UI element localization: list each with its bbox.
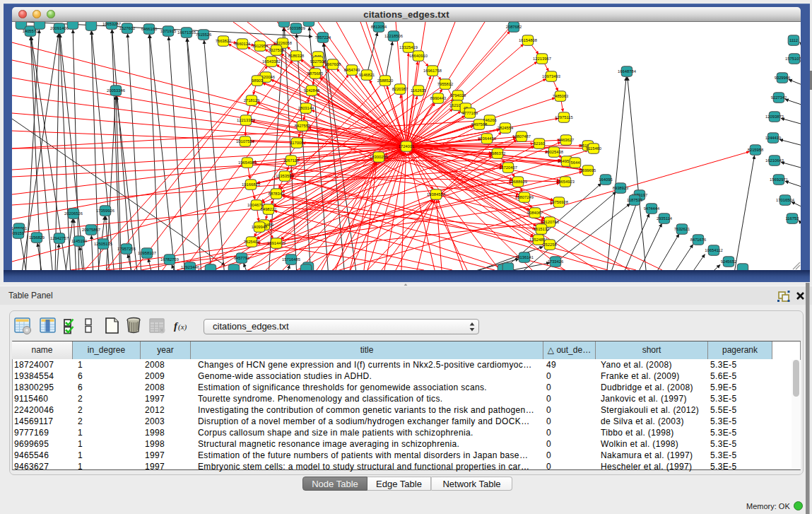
svg-text:12213382: 12213382	[237, 118, 255, 122]
svg-text:14136141: 14136141	[515, 255, 534, 259]
svg-text:9084067: 9084067	[527, 211, 543, 215]
svg-text:1145194: 1145194	[71, 239, 88, 243]
svg-text:5498222: 5498222	[261, 207, 277, 211]
svg-text:7857224: 7857224	[315, 35, 331, 40]
svg-text:20975867: 20975867	[82, 228, 100, 232]
svg-text:2967608: 2967608	[325, 62, 341, 66]
svg-text:15692971: 15692971	[770, 177, 788, 182]
svg-text:16671355: 16671355	[177, 30, 196, 35]
svg-text:8990443: 8990443	[430, 96, 447, 100]
svg-text:19654923: 19654923	[556, 180, 575, 184]
svg-text:9474444: 9474444	[644, 206, 660, 211]
svg-text:7955812: 7955812	[437, 82, 454, 86]
svg-text:15716485: 15716485	[282, 257, 300, 262]
svg-text:8660124: 8660124	[235, 42, 251, 46]
svg-text:1156829: 1156829	[29, 235, 45, 240]
svg-text:8427552: 8427552	[295, 124, 311, 128]
svg-text:9777169: 9777169	[462, 111, 478, 115]
svg-text:117006: 117006	[290, 141, 304, 145]
svg-text:17359926: 17359926	[96, 209, 114, 213]
svg-text:2803144: 2803144	[298, 106, 314, 110]
svg-text:2588520: 2588520	[377, 78, 394, 83]
svg-text:2087682: 2087682	[506, 25, 522, 29]
svg-text:7986372: 7986372	[490, 151, 506, 156]
svg-text:8813054: 8813054	[371, 25, 387, 29]
svg-text:10807487: 10807487	[512, 134, 531, 139]
svg-text:10653287: 10653287	[102, 22, 121, 26]
svg-text:10973493: 10973493	[542, 74, 560, 78]
svg-text:12505135: 12505135	[94, 242, 112, 246]
svg-text:19654983: 19654983	[238, 160, 257, 165]
svg-text:13325419: 13325419	[399, 45, 418, 49]
svg-text:9115460: 9115460	[586, 146, 601, 151]
svg-text:39159: 39159	[13, 231, 24, 235]
svg-text:16210643: 16210643	[765, 158, 784, 163]
svg-text:16033809: 16033809	[287, 26, 305, 30]
svg-text:17957255: 17957255	[117, 247, 136, 251]
svg-text:18640910: 18640910	[409, 54, 428, 58]
svg-text:7485063: 7485063	[553, 94, 569, 98]
svg-text:1244419: 1244419	[765, 136, 782, 140]
svg-text:18807249: 18807249	[515, 195, 534, 199]
svg-text:62160: 62160	[534, 141, 545, 146]
svg-text:8938923: 8938923	[613, 186, 629, 190]
svg-text:9329966: 9329966	[775, 76, 791, 80]
svg-text:16782759: 16782759	[160, 257, 179, 262]
svg-text:8215958: 8215958	[748, 148, 764, 152]
svg-text:164095: 164095	[599, 177, 612, 182]
svg-text:9146821: 9146821	[359, 73, 375, 77]
svg-text:15720407: 15720407	[499, 165, 517, 170]
svg-text:16648784: 16648784	[618, 69, 637, 74]
svg-text:8220387: 8220387	[392, 87, 408, 91]
svg-text:16154808: 16154808	[519, 38, 537, 42]
svg-text:2718129: 2718129	[244, 98, 260, 103]
svg-text:10654112: 10654112	[705, 248, 722, 252]
svg-text:16543382: 16543382	[262, 59, 281, 64]
svg-text:8186328: 8186328	[288, 54, 305, 58]
svg-text:1112: 1112	[789, 38, 798, 42]
svg-text:9227342: 9227342	[771, 95, 787, 100]
svg-text:12093873: 12093873	[765, 115, 784, 119]
svg-text:12975115: 12975115	[555, 115, 572, 119]
svg-text:7632621: 7632621	[674, 227, 690, 231]
svg-text:7663822: 7663822	[216, 39, 232, 43]
svg-text:3912954: 3912954	[252, 44, 269, 48]
svg-text:9245652: 9245652	[721, 259, 737, 264]
svg-text:20091406: 20091406	[50, 26, 69, 30]
svg-text:6466160: 6466160	[141, 27, 158, 31]
svg-text:98903: 98903	[252, 78, 263, 83]
svg-text:1409948: 1409948	[252, 225, 268, 229]
svg-text:16961758: 16961758	[423, 69, 442, 73]
svg-text:7625402: 7625402	[244, 240, 260, 244]
svg-text:10120746: 10120746	[541, 220, 559, 224]
svg-text:1071915: 1071915	[160, 29, 177, 33]
svg-text:2935114: 2935114	[657, 216, 673, 221]
svg-text:19384554: 19384554	[427, 192, 446, 197]
svg-text:1724001: 1724001	[399, 144, 415, 148]
svg-text:9463627: 9463627	[558, 138, 575, 142]
svg-text:19756928: 19756928	[550, 200, 568, 204]
svg-text:5875685: 5875685	[307, 71, 324, 76]
svg-text:10958107: 10958107	[138, 251, 156, 255]
svg-text:17016504: 17016504	[776, 198, 795, 202]
svg-text:18300295: 18300295	[370, 155, 388, 159]
svg-text:252254: 252254	[543, 243, 557, 247]
svg-text:8471676: 8471676	[690, 238, 707, 242]
svg-text:12923446: 12923446	[181, 265, 199, 269]
svg-text:11353594: 11353594	[276, 174, 294, 178]
svg-text:9699695: 9699695	[580, 168, 596, 173]
svg-text:20364436: 20364436	[478, 136, 496, 141]
svg-text:9327509: 9327509	[269, 48, 285, 52]
svg-text:5644: 5644	[571, 160, 581, 165]
svg-text:19166825: 19166825	[242, 182, 260, 187]
svg-text:9327508: 9327508	[310, 59, 326, 64]
svg-text:23226058: 23226058	[273, 41, 292, 45]
svg-text:12218506: 12218506	[384, 34, 403, 38]
svg-text:7515526: 7515526	[196, 33, 212, 37]
svg-text:8878342: 8878342	[269, 192, 285, 196]
svg-text:20053346: 20053346	[107, 88, 125, 93]
svg-text:8454749: 8454749	[344, 68, 360, 72]
svg-text:15751074: 15751074	[785, 57, 801, 61]
svg-text:6497568: 6497568	[471, 122, 488, 127]
svg-text:3824554: 3824554	[498, 126, 514, 130]
